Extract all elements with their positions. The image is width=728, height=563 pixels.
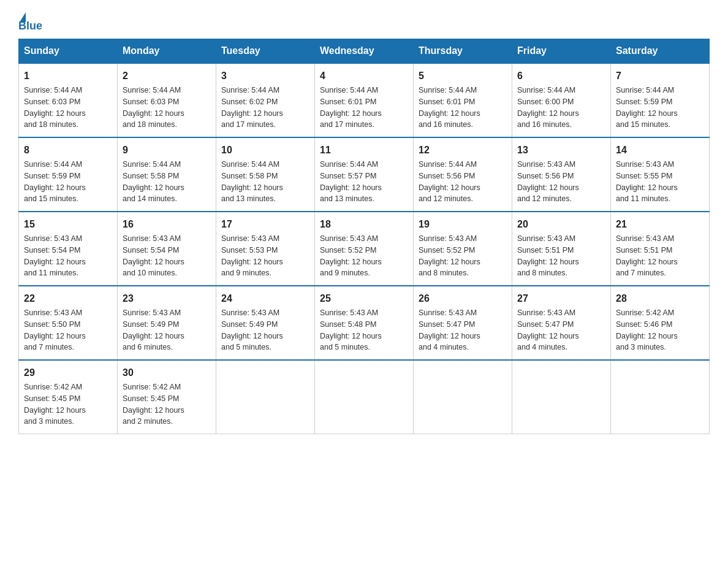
day-number: 14	[616, 143, 704, 158]
calendar-cell: 4Sunrise: 5:44 AMSunset: 6:01 PMDaylight…	[315, 63, 414, 137]
calendar-cell: 21Sunrise: 5:43 AMSunset: 5:51 PMDayligh…	[611, 212, 710, 286]
day-info: Sunrise: 5:44 AMSunset: 5:59 PMDaylight:…	[24, 159, 112, 205]
day-number: 15	[24, 217, 112, 232]
calendar-cell: 12Sunrise: 5:44 AMSunset: 5:56 PMDayligh…	[414, 137, 512, 212]
day-info: Sunrise: 5:43 AMSunset: 5:52 PMDaylight:…	[419, 233, 507, 279]
day-info: Sunrise: 5:44 AMSunset: 5:56 PMDaylight:…	[419, 159, 507, 205]
day-info: Sunrise: 5:44 AMSunset: 5:58 PMDaylight:…	[221, 159, 309, 205]
day-number: 13	[517, 143, 605, 158]
day-number: 1	[24, 69, 112, 83]
day-number: 10	[221, 143, 309, 158]
day-number: 26	[419, 291, 507, 306]
day-number: 23	[123, 291, 211, 306]
calendar-cell	[216, 360, 315, 434]
day-info: Sunrise: 5:43 AMSunset: 5:51 PMDaylight:…	[517, 233, 605, 279]
day-number: 27	[517, 291, 605, 306]
day-info: Sunrise: 5:43 AMSunset: 5:56 PMDaylight:…	[517, 159, 605, 205]
weekday-header-wednesday: Wednesday	[315, 39, 414, 64]
calendar-cell: 2Sunrise: 5:44 AMSunset: 6:03 PMDaylight…	[118, 63, 216, 137]
day-info: Sunrise: 5:43 AMSunset: 5:55 PMDaylight:…	[616, 159, 704, 205]
day-info: Sunrise: 5:44 AMSunset: 6:03 PMDaylight:…	[24, 85, 112, 131]
calendar-cell: 6Sunrise: 5:44 AMSunset: 6:00 PMDaylight…	[512, 63, 611, 137]
day-info: Sunrise: 5:43 AMSunset: 5:51 PMDaylight:…	[616, 233, 704, 279]
day-info: Sunrise: 5:43 AMSunset: 5:49 PMDaylight:…	[221, 307, 309, 353]
day-number: 8	[24, 143, 112, 158]
calendar-cell: 23Sunrise: 5:43 AMSunset: 5:49 PMDayligh…	[118, 286, 216, 360]
logo: Blue	[18, 12, 42, 33]
calendar-cell: 14Sunrise: 5:43 AMSunset: 5:55 PMDayligh…	[611, 137, 710, 212]
day-info: Sunrise: 5:43 AMSunset: 5:47 PMDaylight:…	[419, 307, 507, 353]
calendar-cell	[315, 360, 414, 434]
calendar-week-row: 29Sunrise: 5:42 AMSunset: 5:45 PMDayligh…	[19, 360, 710, 434]
day-info: Sunrise: 5:43 AMSunset: 5:54 PMDaylight:…	[123, 233, 211, 279]
day-info: Sunrise: 5:43 AMSunset: 5:54 PMDaylight:…	[24, 233, 112, 279]
day-info: Sunrise: 5:44 AMSunset: 6:01 PMDaylight:…	[419, 85, 507, 131]
day-number: 21	[616, 217, 704, 232]
day-number: 11	[320, 143, 408, 158]
calendar-cell: 18Sunrise: 5:43 AMSunset: 5:52 PMDayligh…	[315, 212, 414, 286]
day-number: 4	[320, 69, 408, 83]
day-info: Sunrise: 5:43 AMSunset: 5:47 PMDaylight:…	[517, 307, 605, 353]
calendar-cell: 3Sunrise: 5:44 AMSunset: 6:02 PMDaylight…	[216, 63, 315, 137]
day-info: Sunrise: 5:43 AMSunset: 5:52 PMDaylight:…	[320, 233, 408, 279]
day-number: 7	[616, 69, 704, 83]
day-number: 5	[419, 69, 507, 83]
day-info: Sunrise: 5:43 AMSunset: 5:48 PMDaylight:…	[320, 307, 408, 353]
weekday-header-monday: Monday	[118, 39, 216, 64]
calendar-cell: 29Sunrise: 5:42 AMSunset: 5:45 PMDayligh…	[19, 360, 118, 434]
page-header: Blue	[18, 12, 710, 33]
day-number: 2	[123, 69, 211, 83]
day-number: 20	[517, 217, 605, 232]
calendar-cell: 16Sunrise: 5:43 AMSunset: 5:54 PMDayligh…	[118, 212, 216, 286]
day-info: Sunrise: 5:42 AMSunset: 5:45 PMDaylight:…	[123, 381, 211, 427]
day-info: Sunrise: 5:44 AMSunset: 6:03 PMDaylight:…	[123, 85, 211, 131]
day-number: 19	[419, 217, 507, 232]
calendar-cell: 8Sunrise: 5:44 AMSunset: 5:59 PMDaylight…	[19, 137, 118, 212]
calendar-cell: 25Sunrise: 5:43 AMSunset: 5:48 PMDayligh…	[315, 286, 414, 360]
calendar-table: SundayMondayTuesdayWednesdayThursdayFrid…	[18, 39, 710, 434]
calendar-week-row: 1Sunrise: 5:44 AMSunset: 6:03 PMDaylight…	[19, 63, 710, 137]
weekday-header-friday: Friday	[512, 39, 611, 64]
calendar-week-row: 8Sunrise: 5:44 AMSunset: 5:59 PMDaylight…	[19, 137, 710, 212]
calendar-cell: 15Sunrise: 5:43 AMSunset: 5:54 PMDayligh…	[19, 212, 118, 286]
calendar-cell: 19Sunrise: 5:43 AMSunset: 5:52 PMDayligh…	[414, 212, 512, 286]
day-number: 24	[221, 291, 309, 306]
day-number: 22	[24, 291, 112, 306]
calendar-cell	[611, 360, 710, 434]
calendar-cell: 30Sunrise: 5:42 AMSunset: 5:45 PMDayligh…	[118, 360, 216, 434]
calendar-cell: 7Sunrise: 5:44 AMSunset: 5:59 PMDaylight…	[611, 63, 710, 137]
day-number: 18	[320, 217, 408, 232]
calendar-cell: 1Sunrise: 5:44 AMSunset: 6:03 PMDaylight…	[19, 63, 118, 137]
calendar-cell: 28Sunrise: 5:42 AMSunset: 5:46 PMDayligh…	[611, 286, 710, 360]
weekday-header-saturday: Saturday	[611, 39, 710, 64]
day-info: Sunrise: 5:43 AMSunset: 5:49 PMDaylight:…	[123, 307, 211, 353]
day-info: Sunrise: 5:44 AMSunset: 6:02 PMDaylight:…	[221, 85, 309, 131]
day-number: 3	[221, 69, 309, 83]
calendar-cell	[414, 360, 512, 434]
day-number: 25	[320, 291, 408, 306]
day-number: 29	[24, 366, 112, 380]
day-info: Sunrise: 5:44 AMSunset: 5:58 PMDaylight:…	[123, 159, 211, 205]
logo-subtitle: Blue	[18, 20, 42, 33]
weekday-header-tuesday: Tuesday	[216, 39, 315, 64]
calendar-cell: 27Sunrise: 5:43 AMSunset: 5:47 PMDayligh…	[512, 286, 611, 360]
calendar-week-row: 22Sunrise: 5:43 AMSunset: 5:50 PMDayligh…	[19, 286, 710, 360]
calendar-cell: 20Sunrise: 5:43 AMSunset: 5:51 PMDayligh…	[512, 212, 611, 286]
day-number: 28	[616, 291, 704, 306]
weekday-header-thursday: Thursday	[414, 39, 512, 64]
calendar-cell: 22Sunrise: 5:43 AMSunset: 5:50 PMDayligh…	[19, 286, 118, 360]
weekday-header-row: SundayMondayTuesdayWednesdayThursdayFrid…	[19, 39, 710, 64]
calendar-cell: 5Sunrise: 5:44 AMSunset: 6:01 PMDaylight…	[414, 63, 512, 137]
day-info: Sunrise: 5:43 AMSunset: 5:53 PMDaylight:…	[221, 233, 309, 279]
day-number: 9	[123, 143, 211, 158]
day-info: Sunrise: 5:44 AMSunset: 5:59 PMDaylight:…	[616, 85, 704, 131]
calendar-cell	[512, 360, 611, 434]
day-info: Sunrise: 5:44 AMSunset: 6:00 PMDaylight:…	[517, 85, 605, 131]
day-info: Sunrise: 5:44 AMSunset: 5:57 PMDaylight:…	[320, 159, 408, 205]
day-info: Sunrise: 5:43 AMSunset: 5:50 PMDaylight:…	[24, 307, 112, 353]
calendar-cell: 26Sunrise: 5:43 AMSunset: 5:47 PMDayligh…	[414, 286, 512, 360]
calendar-cell: 24Sunrise: 5:43 AMSunset: 5:49 PMDayligh…	[216, 286, 315, 360]
calendar-cell: 10Sunrise: 5:44 AMSunset: 5:58 PMDayligh…	[216, 137, 315, 212]
day-info: Sunrise: 5:42 AMSunset: 5:45 PMDaylight:…	[24, 381, 112, 427]
calendar-week-row: 15Sunrise: 5:43 AMSunset: 5:54 PMDayligh…	[19, 212, 710, 286]
